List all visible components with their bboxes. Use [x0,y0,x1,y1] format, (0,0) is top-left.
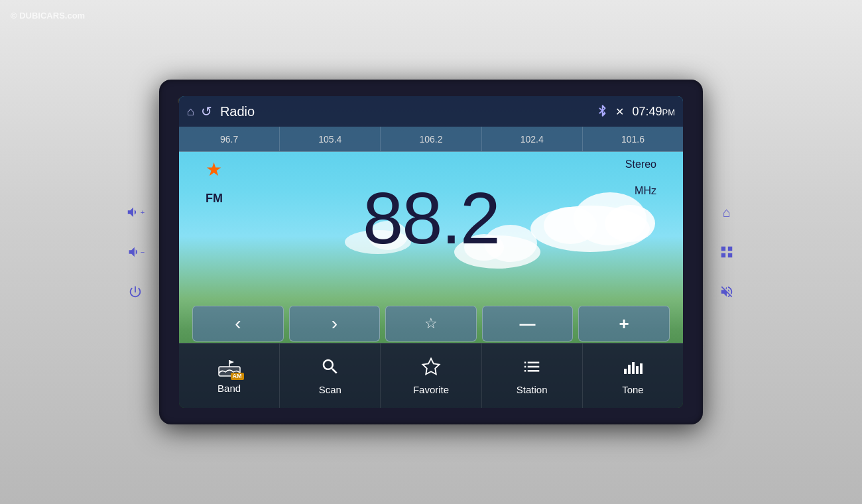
home-icon[interactable]: ⌂ [187,105,194,119]
top-bar: ⌂ ↺ Radio ✕ 07:49PM [179,96,683,127]
prev-button[interactable]: ‹ [192,306,284,342]
close-button[interactable]: ✕ [615,105,624,118]
preset-5[interactable]: 101.6 [583,127,683,151]
controls-row: ‹ › ☆ — + [192,306,670,342]
right-side-buttons: ⌂ [716,202,737,302]
nav-band[interactable]: AM Band [179,344,280,408]
nav-scan[interactable]: Scan [280,344,381,408]
preset-2[interactable]: 105.4 [280,127,381,151]
volume-down-button[interactable]: − [125,241,146,263]
scan-icon [320,357,340,380]
radio-screen: ⌂ ↺ Radio ✕ 07:49PM 96.7 [179,96,683,408]
nav-station[interactable]: Station [482,344,583,408]
svg-rect-16 [640,363,643,374]
svg-marker-11 [229,360,234,364]
next-button[interactable]: › [289,306,381,342]
band-icon: AM [217,357,241,379]
bottom-nav: AM Band Scan [179,343,683,408]
favorite-label: Favorite [413,384,449,395]
home-right-button[interactable]: ⌂ [716,202,737,223]
svg-rect-12 [624,369,627,374]
nav-favorite[interactable]: Favorite [381,344,481,408]
favorite-icon [421,357,441,380]
svg-rect-15 [636,366,639,374]
car-surround: © DUBICARS.com + − [0,0,862,504]
preset-4[interactable]: 102.4 [482,127,583,151]
preset-1[interactable]: 96.7 [179,127,280,151]
frequency-display: 88.2 [363,182,499,255]
svg-rect-13 [628,365,631,374]
top-bar-right: ✕ 07:49PM [598,103,675,119]
presets-bar: 96.7 105.4 106.2 102.4 101.6 [179,127,683,152]
back-icon[interactable]: ↺ [201,103,212,119]
power-button[interactable] [125,281,146,302]
station-icon [522,357,542,380]
svg-rect-14 [632,362,635,374]
bluetooth-icon [598,103,607,119]
screen-title: Radio [220,104,593,119]
left-side-buttons: + − [125,202,146,302]
grid-button[interactable] [716,241,737,263]
plus-button[interactable]: + [578,306,670,342]
tone-icon [623,357,643,380]
favorite-star[interactable]: ★ [206,158,222,180]
stereo-label: Stereo [625,158,656,170]
unit-frame: + − ⌂ [159,80,703,424]
mute-right-button[interactable] [716,281,737,302]
preset-3[interactable]: 106.2 [381,127,481,151]
time-display: 07:49PM [632,105,675,119]
scan-label: Scan [319,384,341,395]
watermark: © DUBICARS.com [11,11,85,21]
am-badge: AM [231,373,244,380]
mhz-label: MHz [635,185,656,197]
favorite-button[interactable]: ☆ [385,306,477,342]
minus-button[interactable]: — [482,306,574,342]
nav-tone[interactable]: Tone [583,344,683,408]
volume-up-button[interactable]: + [125,202,146,223]
frequency-area: ★ FM 88.2 Stereo MHz [179,152,683,284]
tone-label: Tone [622,384,644,395]
band-label-nav: Band [217,383,241,394]
band-label: FM [206,192,223,206]
station-label: Station [517,384,548,395]
